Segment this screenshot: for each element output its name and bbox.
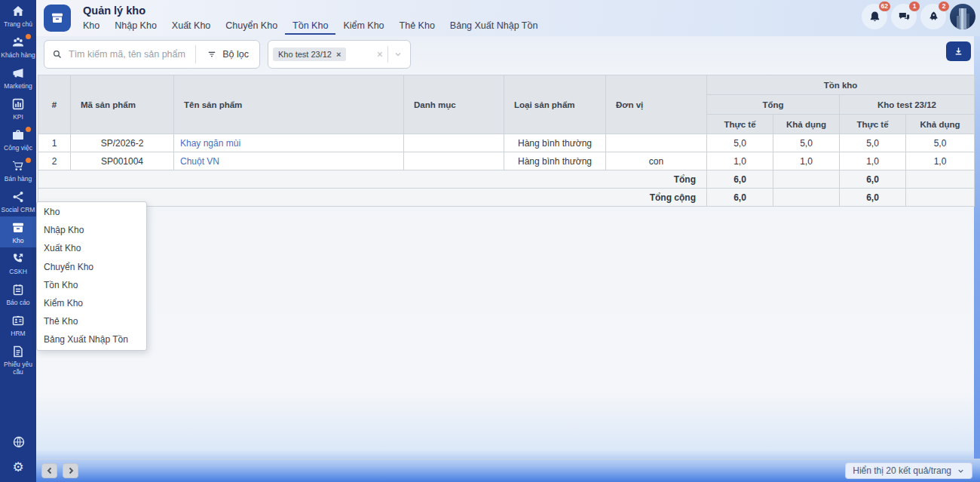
export-download-button[interactable] (946, 41, 971, 61)
filter-button[interactable]: Bộ lọc (196, 49, 259, 60)
sidebar-spacer (0, 379, 36, 434)
share-icon (11, 189, 26, 204)
chevron-down-icon (957, 467, 965, 475)
grand-total-available-warehouse (906, 189, 975, 207)
col-header-available: Khả dụng (773, 115, 840, 134)
cell-actual-total: 1,0 (707, 152, 773, 170)
kho-dropdown-menu: Kho Nhập Kho Xuất Kho Chuyển Kho Tồn Kho… (36, 201, 147, 351)
home-icon (11, 4, 26, 19)
grand-total-row: Tổng cộng 6,0 6,0 (38, 189, 975, 207)
col-header-category: Danh mục (404, 75, 504, 134)
sidebar-item-phieu-yeu-cau[interactable]: Phiếu yêu cầu (0, 340, 36, 379)
search-filter-box: Bộ lọc (44, 40, 260, 69)
sidebar-item-trang-chu[interactable]: Trang chủ (0, 0, 36, 31)
table-row: 1 SP/2026-2 Khay ngăn mùi Hàng bình thườ… (38, 134, 975, 152)
tab-xuat-kho[interactable]: Xuất Kho (164, 18, 218, 35)
sidebar-item-bao-cao[interactable]: Báo cáo (0, 278, 36, 309)
total-available-warehouse (906, 170, 975, 189)
tab-the-kho[interactable]: Thẻ Kho (392, 18, 443, 35)
total-actual-warehouse: 6,0 (840, 170, 906, 189)
col-header-type: Loại sản phẩm (504, 75, 606, 134)
sidebar-item-label: Công việc (4, 144, 32, 152)
sidebar-item-label: KPI (13, 113, 23, 121)
cell-actual-warehouse: 1,0 (840, 152, 906, 170)
updates-button[interactable]: 2 (920, 4, 946, 29)
sidebar-item-label: Kho (12, 237, 23, 244)
grand-total-available (773, 189, 840, 207)
col-subgroup-warehouse: Kho test 23/12 (840, 95, 975, 115)
tab-bang-xuat-nhap-ton[interactable]: Bảng Xuất Nhập Tồn (443, 18, 546, 35)
product-link[interactable]: Chuột VN (180, 156, 219, 167)
page-size-label: Hiển thị 20 kết quả/trang (853, 465, 951, 476)
total-actual: 6,0 (707, 170, 773, 189)
warehouse-select[interactable]: Kho test 23/12 × × (268, 40, 411, 69)
tab-nhap-kho[interactable]: Nhập Kho (107, 18, 164, 35)
menu-item-the-kho[interactable]: Thẻ Kho (37, 312, 146, 330)
warehouse-chip: Kho test 23/12 × (273, 48, 346, 61)
gear-icon[interactable]: ⚙ (12, 460, 23, 474)
table-header: # Mã sản phẩm Tên sản phẩm Danh mục Loại… (38, 75, 975, 134)
search-input[interactable] (69, 49, 188, 60)
briefcase-icon (11, 127, 26, 143)
page-size-select[interactable]: Hiển thị 20 kết quả/trang (845, 462, 972, 479)
tab-ton-kho[interactable]: Tồn Kho (285, 18, 335, 35)
product-link[interactable]: Khay ngăn mùi (180, 138, 240, 149)
sidebar-item-label: Khách hàng (1, 51, 35, 59)
menu-item-xuat-kho[interactable]: Xuất Kho (37, 239, 146, 257)
total-available (773, 170, 840, 189)
sidebar-item-label: CSKH (9, 268, 27, 275)
notifications-button[interactable]: 62 (862, 4, 887, 29)
download-icon (953, 46, 964, 57)
menu-item-kho[interactable]: Kho (37, 203, 146, 221)
sidebar-item-social-crm[interactable]: Social CRM (0, 186, 36, 216)
menu-item-nhap-kho[interactable]: Nhập Kho (37, 221, 146, 239)
chevron-down-icon[interactable] (388, 50, 406, 59)
cell-available-total: 1,0 (773, 152, 840, 170)
tab-kiem-kho[interactable]: Kiểm Kho (335, 18, 391, 35)
globe-icon[interactable] (11, 434, 26, 449)
sidebar-item-label: Trang chủ (4, 20, 32, 28)
cell-index: 1 (38, 134, 71, 152)
page-title: Quản lý kho (83, 5, 145, 17)
sidebar-item-khach-hang[interactable]: Khách hàng (0, 31, 36, 62)
tab-kho[interactable]: Kho (75, 18, 107, 35)
chip-remove-icon[interactable]: × (336, 50, 341, 59)
notification-dot (26, 34, 31, 39)
col-header-actual: Thực tế (840, 115, 906, 134)
sidebar-item-kho[interactable]: Kho (0, 216, 36, 247)
col-header-actual: Thực tế (707, 115, 773, 134)
prev-page-button[interactable] (41, 463, 57, 478)
sidebar-item-label: HRM (11, 330, 25, 337)
topbar: Quản lý kho Kho Nhập Kho Xuất Kho Chuyển… (36, 0, 980, 36)
cell-type: Hàng bình thường (504, 152, 606, 170)
bell-icon (868, 10, 882, 24)
filter-icon (207, 49, 217, 60)
cell-actual-total: 5,0 (707, 134, 773, 152)
rocket-icon (926, 10, 941, 24)
search-icon (52, 49, 63, 60)
col-header-index: # (38, 75, 71, 134)
sidebar-item-marketing[interactable]: Marketing (0, 62, 36, 93)
cell-unit: con (606, 152, 707, 170)
next-page-button[interactable] (63, 463, 78, 478)
tab-chuyen-kho[interactable]: Chuyển Kho (218, 18, 285, 35)
sidebar-item-cskh[interactable]: CSKH (0, 247, 36, 278)
menu-item-chuyen-kho[interactable]: Chuyển Kho (37, 258, 146, 276)
sidebar-item-ban-hang[interactable]: Bán hàng (0, 155, 36, 186)
cell-type: Hàng bình thường (504, 134, 606, 152)
cell-category (404, 152, 504, 170)
megaphone-icon (11, 66, 26, 81)
menu-item-ton-kho[interactable]: Tồn Kho (37, 276, 146, 294)
chat-button[interactable]: 1 (891, 4, 917, 29)
kpi-chart-icon (11, 97, 26, 112)
menu-item-kiem-kho[interactable]: Kiểm Kho (37, 294, 146, 312)
updates-count-badge: 2 (939, 2, 949, 11)
sidebar-item-kpi[interactable]: KPI (0, 93, 36, 124)
sidebar-item-hrm[interactable]: HRM (0, 309, 36, 340)
menu-item-bang-xuat-nhap-ton[interactable]: Bảng Xuất Nhập Tồn (37, 330, 146, 348)
user-avatar[interactable] (950, 4, 975, 29)
notifications-count-badge: 62 (879, 2, 890, 11)
select-clear-icon[interactable]: × (372, 48, 387, 60)
sidebar-item-cong-viec[interactable]: Công việc (0, 124, 36, 155)
report-icon (11, 282, 26, 297)
